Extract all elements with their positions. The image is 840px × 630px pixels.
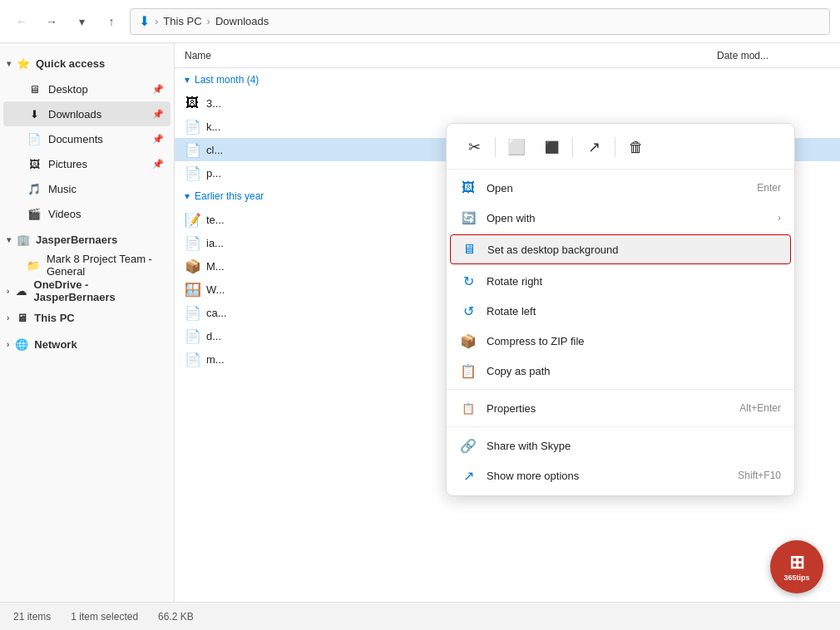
col-date-header: Date mod... — [707, 50, 840, 62]
ctx-item-share-skype[interactable]: 🔗 Share with Skype — [447, 431, 794, 460]
jasper-icon: 🏢 — [16, 234, 31, 246]
sidebar: ▾ ⭐ Quick access 🖥 Desktop 📌 ⬇ Downloads… — [0, 43, 175, 602]
sidebar-item-mark8[interactable]: 📁 Mark 8 Project Team - General — [3, 253, 170, 278]
chevron-thispc: › — [7, 313, 9, 322]
ctx-open-with-label: Open with — [487, 212, 768, 224]
jasper-label: JasperBernaers — [36, 234, 117, 246]
sidebar-item-downloads[interactable]: ⬇ Downloads 📌 — [3, 101, 170, 126]
quick-access-label: Quick access — [36, 57, 105, 70]
dropdown-button[interactable]: ▾ — [70, 10, 93, 33]
ctx-rename-button[interactable]: ⬛ — [534, 132, 569, 162]
sidebar-group-network[interactable]: › 🌐 Network — [0, 331, 174, 357]
status-count: 21 items — [13, 611, 51, 623]
onedrive-label: OneDrive - JasperBernaers — [34, 278, 167, 303]
sidebar-item-videos[interactable]: 🎬 Videos — [3, 201, 170, 226]
ctx-item-properties[interactable]: 📋 Properties Alt+Enter — [447, 393, 794, 423]
file-name-f1: 3... — [206, 97, 830, 110]
ctx-rotate-right-icon: ↻ — [460, 273, 477, 289]
pin-icon-documents: 📌 — [152, 134, 164, 145]
sidebar-item-documents[interactable]: 📄 Documents 📌 — [3, 126, 170, 151]
file-icon-f6: 📄 — [185, 235, 200, 251]
ctx-properties-shortcut: Alt+Enter — [739, 402, 781, 414]
ctx-divider-2 — [447, 426, 794, 427]
status-size: 66.2 KB — [158, 611, 194, 623]
ctx-copy-button[interactable]: ⬜ — [499, 132, 534, 162]
address-bar[interactable]: ⬇ › This PC › Downloads — [130, 8, 830, 35]
forward-button[interactable]: → — [40, 10, 63, 33]
ctx-desktop-bg-label: Set as desktop background — [487, 244, 780, 256]
ctx-item-open-with[interactable]: 🔄 Open with › — [447, 203, 794, 233]
sidebar-group-quick-access[interactable]: ▾ ⭐ Quick access — [0, 50, 174, 76]
sidebar-item-downloads-label: Downloads — [48, 108, 101, 121]
ctx-compress-label: Compress to ZIP file — [487, 335, 781, 347]
ctx-rotate-left-label: Rotate left — [487, 305, 781, 317]
chevron-last-month: ▾ — [185, 74, 190, 86]
ctx-item-copy-path[interactable]: 📋 Copy as path — [447, 356, 794, 386]
status-bar: 21 items 1 item selected 66.2 KB — [0, 602, 840, 630]
ctx-rotate-right-label: Rotate right — [487, 275, 781, 288]
ctx-open-label: Open — [487, 182, 747, 194]
up-button[interactable]: ↑ — [100, 10, 123, 33]
ctx-share-skype-icon: 🔗 — [460, 438, 477, 454]
network-label: Network — [34, 338, 77, 351]
sidebar-item-pictures[interactable]: 🖼 Pictures 📌 — [3, 151, 170, 176]
address-icon: ⬇ — [139, 13, 150, 29]
file-row-f1[interactable]: 🖼 3... — [175, 91, 840, 115]
ctx-rotate-left-icon: ↺ — [460, 303, 477, 319]
ctx-sep-3 — [615, 137, 615, 157]
ctx-cut-button[interactable]: ✂ — [457, 132, 492, 162]
ctx-share-skype-label: Share with Skype — [487, 440, 781, 452]
file-icon-f9: 📄 — [185, 305, 200, 321]
ctx-sep-2 — [572, 137, 573, 157]
ctx-more-options-label: Show more options — [487, 470, 728, 482]
ctx-open-with-arrow: › — [778, 212, 781, 224]
back-button[interactable]: ← — [10, 10, 33, 33]
o365-badge[interactable]: ⊞ 365tips — [770, 540, 823, 593]
ctx-item-more-options[interactable]: ↗ Show more options Shift+F10 — [447, 460, 794, 490]
sidebar-item-desktop-label: Desktop — [48, 83, 88, 96]
ctx-item-set-desktop-bg[interactable]: 🖥 Set as desktop background — [450, 234, 791, 264]
ctx-copy-path-icon: 📋 — [460, 363, 477, 379]
ctx-item-compress-zip[interactable]: 📦 Compress to ZIP file — [447, 326, 794, 356]
group-last-month[interactable]: ▾ Last month (4) — [175, 68, 840, 91]
sidebar-group-thispc[interactable]: › 🖥 This PC — [0, 304, 174, 331]
ctx-sep-1 — [495, 137, 496, 157]
star-icon: ⭐ — [16, 57, 31, 70]
chevron-quick-access: ▾ — [7, 59, 11, 68]
ctx-copy-path-label: Copy as path — [487, 365, 781, 377]
context-menu: ✂ ⬜ ⬛ ↗ 🗑 🖼 Open Enter 🔄 Open with › 🖥 S… — [446, 123, 795, 496]
music-icon: 🎵 — [27, 183, 42, 195]
sidebar-item-desktop[interactable]: 🖥 Desktop 📌 — [3, 76, 170, 101]
sidebar-group-onedrive[interactable]: › ☁ OneDrive - JasperBernaers — [0, 278, 174, 304]
file-icon-f11: 📄 — [185, 352, 200, 367]
mark8-icon: 📁 — [27, 259, 40, 272]
ctx-item-rotate-right[interactable]: ↻ Rotate right — [447, 266, 794, 296]
ctx-item-rotate-left[interactable]: ↺ Rotate left — [447, 296, 794, 326]
thispc-icon: 🖥 — [14, 312, 29, 324]
pictures-icon: 🖼 — [27, 158, 42, 170]
ctx-open-with-icon: 🔄 — [460, 211, 477, 224]
ctx-toolbar: ✂ ⬜ ⬛ ↗ 🗑 — [447, 129, 794, 170]
title-bar: ← → ▾ ↑ ⬇ › This PC › Downloads — [0, 0, 840, 43]
address-sep-2: › — [207, 15, 210, 27]
sidebar-item-music[interactable]: 🎵 Music — [3, 176, 170, 201]
ctx-share-button[interactable]: ↗ — [576, 132, 611, 162]
ctx-item-open[interactable]: 🖼 Open Enter — [447, 173, 794, 203]
file-icon-f7: 📦 — [185, 258, 200, 274]
ctx-delete-button[interactable]: 🗑 — [619, 132, 654, 162]
pin-icon-desktop: 📌 — [152, 84, 164, 95]
videos-icon: 🎬 — [27, 208, 42, 220]
chevron-network: › — [7, 340, 9, 349]
o365-logo: ⊞ — [789, 552, 804, 573]
onedrive-icon: ☁ — [14, 285, 28, 298]
downloads-icon: ⬇ — [27, 108, 42, 121]
address-this-pc: This PC — [163, 15, 201, 27]
documents-icon: 📄 — [27, 133, 42, 145]
mark8-label: Mark 8 Project Team - General — [47, 253, 164, 278]
file-header: Name Date mod... — [175, 43, 840, 68]
pin-icon-pictures: 📌 — [152, 159, 164, 170]
thispc-label: This PC — [34, 312, 74, 324]
ctx-open-icon: 🖼 — [460, 180, 477, 195]
file-icon-f10: 📄 — [185, 328, 200, 344]
sidebar-group-jasper[interactable]: ▾ 🏢 JasperBernaers — [0, 226, 174, 253]
